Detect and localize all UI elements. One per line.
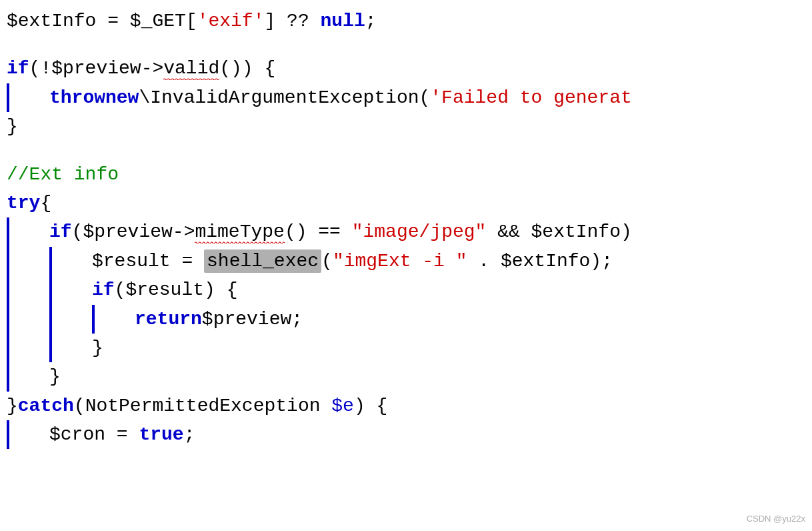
code-line-10: $result = shell_exec("imgExt -i " . $ext…: [7, 247, 812, 276]
line-bar-4: [7, 276, 9, 304]
line-bar-10: [49, 334, 52, 362]
keyword-throw: throw: [49, 83, 105, 112]
code-line-12: return $preview;: [7, 305, 812, 334]
code-text: $extInfo = $_GET['exif'] ?? null;: [7, 7, 377, 35]
code-line-7: //Ext info: [7, 160, 812, 189]
code-line-16: $cron = true;: [7, 420, 812, 449]
keyword-return: return: [135, 305, 202, 334]
line-bar-6: [7, 305, 9, 334]
comment-ext-info: //Ext info: [7, 160, 119, 189]
watermark: CSDN @yu22x: [747, 512, 805, 526]
code-line-3: if (!$preview->valid()) {: [7, 54, 812, 83]
keyword-try: try: [7, 189, 40, 217]
code-line-14: }: [7, 362, 812, 391]
line-bar-11: [7, 362, 9, 391]
keyword-catch: catch: [18, 392, 74, 420]
empty-line-1: [7, 35, 812, 54]
line-bar-12: [7, 420, 9, 449]
line-bar-7: [49, 305, 52, 334]
code-line-13: }: [7, 334, 812, 362]
line-bar-3: [49, 247, 52, 276]
line-bar-try: [7, 217, 9, 246]
line-bar-2: [7, 247, 9, 276]
line-bar: [7, 83, 9, 112]
line-bar-9: [7, 334, 9, 362]
line-bar-5: [49, 276, 52, 304]
keyword-if: if: [7, 54, 29, 83]
code-line-11: if ($result) {: [7, 276, 812, 304]
line-bar-8: [92, 305, 95, 334]
empty-line-2: [7, 141, 812, 160]
code-line-15: } catch (NotPermittedException $e) {: [7, 392, 812, 420]
code-line-8: try {: [7, 189, 812, 217]
code-editor: $extInfo = $_GET['exif'] ?? null; if (!$…: [0, 0, 812, 531]
code-line-4: throw new \InvalidArgumentException('Fai…: [7, 83, 812, 112]
code-line-5: }: [7, 112, 812, 141]
code-line-9: if ($preview->mimeType() == "image/jpeg"…: [7, 217, 812, 246]
code-line-1: $extInfo = $_GET['exif'] ?? null;: [7, 7, 812, 35]
